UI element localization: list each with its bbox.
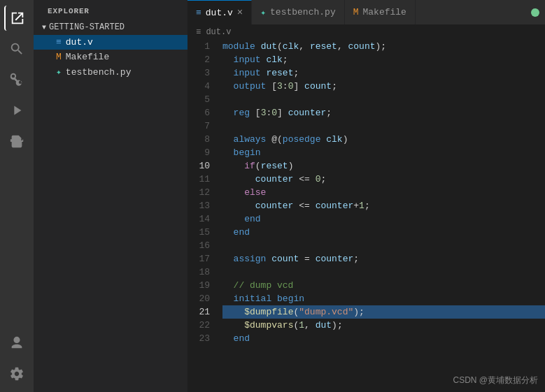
python-file-icon: ✦ <box>56 66 62 78</box>
code-line-17: assign count = counter; <box>222 252 545 266</box>
breadcrumb: ≡ dut.v <box>187 24 545 40</box>
explorer-icon[interactable] <box>4 6 29 31</box>
editor[interactable]: 1 2 3 4 5 6 7 8 9 10 11 12 13 14 15 16 1… <box>187 40 545 392</box>
code-line-20: initial begin <box>222 292 545 305</box>
ln-14: 14 <box>187 212 210 226</box>
ln-7: 7 <box>187 119 210 133</box>
breadcrumb-text: ≡ dut.v <box>196 27 231 37</box>
ln-5: 5 <box>187 93 210 106</box>
folder-getting-started[interactable]: ▼ GETTING-STARTED <box>34 20 187 35</box>
folder-label: GETTING-STARTED <box>49 22 125 32</box>
tab-close-dut[interactable]: × <box>237 8 243 17</box>
code-line-19: // dump vcd <box>222 279 545 292</box>
code-line-15: end <box>222 226 545 239</box>
tab-python-icon: ✦ <box>260 7 266 18</box>
ln-10: 10 <box>187 159 210 173</box>
accounts-icon[interactable] <box>4 331 29 356</box>
code-line-2: input clk; <box>222 53 545 66</box>
tab-testbench[interactable]: ✦ testbench.py <box>252 0 344 24</box>
ln-17: 17 <box>187 252 210 266</box>
main-editor-area: ≡ dut.v × ✦ testbench.py M Makefile ≡ du… <box>187 0 545 392</box>
ln-13: 13 <box>187 199 210 212</box>
line-numbers: 1 2 3 4 5 6 7 8 9 10 11 12 13 14 15 16 1… <box>187 40 217 392</box>
tab-makefile-icon: M <box>353 7 359 17</box>
code-line-3: input reset; <box>222 66 545 80</box>
ln-2: 2 <box>187 53 210 66</box>
tab-label-makefile: Makefile <box>363 7 406 17</box>
code-line-16 <box>222 239 545 252</box>
sidebar-item-makefile[interactable]: M Makefile <box>34 50 187 64</box>
tab-verilog-icon: ≡ <box>196 8 201 18</box>
code-line-7 <box>222 119 545 133</box>
extensions-icon[interactable] <box>4 129 29 154</box>
watermark: CSDN @黄埔数据分析 <box>453 375 538 386</box>
ln-1: 1 <box>187 40 210 53</box>
folder-arrow-icon: ▼ <box>42 24 46 31</box>
sidebar-item-testbench[interactable]: ✦ testbench.py <box>34 64 187 80</box>
ln-23: 23 <box>187 332 210 345</box>
verilog-file-icon: ≡ <box>56 37 62 48</box>
code-line-23: end <box>222 332 545 345</box>
ln-22: 22 <box>187 319 210 332</box>
ln-15: 15 <box>187 226 210 239</box>
run-debug-icon[interactable] <box>4 98 29 123</box>
ln-16: 16 <box>187 239 210 252</box>
ln-6: 6 <box>187 106 210 119</box>
code-line-5 <box>222 93 545 106</box>
tab-makefile[interactable]: M Makefile <box>345 0 416 24</box>
activity-bar <box>0 0 34 392</box>
ln-8: 8 <box>187 133 210 146</box>
tab-bar: ≡ dut.v × ✦ testbench.py M Makefile <box>187 0 545 24</box>
activity-bar-bottom <box>4 331 29 392</box>
code-line-11: counter <= 0; <box>222 173 545 186</box>
sidebar-item-dut-v[interactable]: ≡ dut.v <box>34 35 187 50</box>
makefile-icon: M <box>56 52 62 62</box>
code-line-6: reg [3:0] counter; <box>222 106 545 119</box>
sidebar-filename-testbench: testbench.py <box>66 67 132 78</box>
code-content[interactable]: module dut(clk, reset, count); input clk… <box>217 40 545 392</box>
code-line-14: end <box>222 212 545 226</box>
code-line-22: $dumpvars(1, dut); <box>222 319 545 332</box>
ln-9: 9 <box>187 146 210 159</box>
sidebar-filename-makefile: Makefile <box>66 52 109 62</box>
sidebar-filename-dut: dut.v <box>66 37 93 48</box>
ln-3: 3 <box>187 66 210 80</box>
ln-19: 19 <box>187 279 210 292</box>
source-control-icon[interactable] <box>4 67 29 92</box>
sidebar-title: EXPLORER <box>34 0 187 20</box>
code-line-1: module dut(clk, reset, count); <box>222 40 545 53</box>
status-dot <box>531 8 539 17</box>
ln-20: 20 <box>187 292 210 305</box>
ln-18: 18 <box>187 266 210 279</box>
code-line-8: always @(posedge clk) <box>222 133 545 146</box>
code-line-4: output [3:0] count; <box>222 80 545 93</box>
code-line-9: begin <box>222 146 545 159</box>
ln-4: 4 <box>187 80 210 93</box>
search-icon[interactable] <box>4 36 29 61</box>
ln-11: 11 <box>187 173 210 186</box>
tab-dut-v[interactable]: ≡ dut.v × <box>187 0 252 24</box>
code-line-12: else <box>222 186 545 199</box>
sidebar: EXPLORER ▼ GETTING-STARTED ≡ dut.v M Mak… <box>34 0 187 392</box>
tab-label-dut: dut.v <box>206 8 233 18</box>
code-line-21: $dumpfile("dump.vcd"); <box>222 305 545 319</box>
code-line-18 <box>222 266 545 279</box>
settings-icon[interactable] <box>4 361 29 386</box>
ln-21: 21 <box>187 305 210 319</box>
tab-label-testbench: testbench.py <box>270 7 336 17</box>
code-line-13: counter <= counter+1; <box>222 199 545 212</box>
code-line-10: if(reset) <box>222 159 545 173</box>
ln-12: 12 <box>187 186 210 199</box>
